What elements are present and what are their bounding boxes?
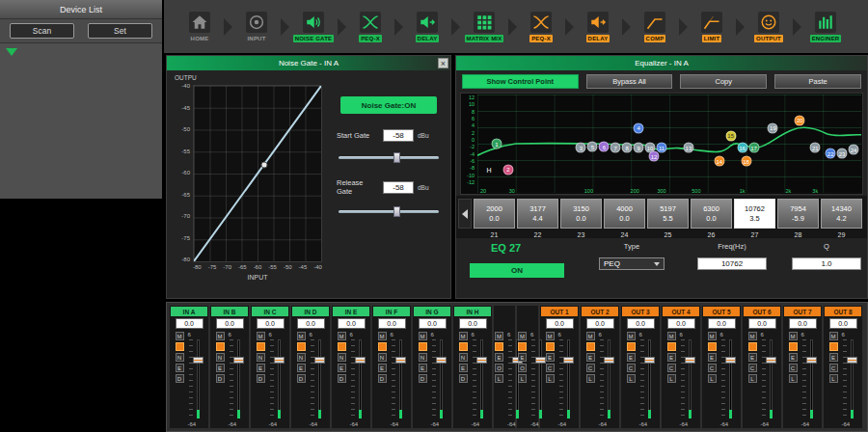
channel-fader[interactable]: 6 -64 xyxy=(841,332,857,427)
toolbar-item[interactable]: LIMIT xyxy=(676,0,733,53)
strip-button-o[interactable]: O xyxy=(495,364,503,372)
fader-knob[interactable] xyxy=(806,357,817,364)
strip-button-e[interactable]: E xyxy=(297,364,306,372)
eq-control-point[interactable]: 18 xyxy=(741,156,751,167)
fader-knob[interactable] xyxy=(604,357,614,364)
channel-fader[interactable]: 6 -64 xyxy=(529,332,537,427)
strip-button-e[interactable]: E xyxy=(176,364,184,372)
eq-control-point[interactable]: 14 xyxy=(714,156,724,167)
eq-band-box[interactable]: 14340 4.2 xyxy=(821,199,862,229)
eq-band-box[interactable]: 7954 -5.9 xyxy=(777,199,819,229)
channel-fader[interactable]: 6 -64 xyxy=(471,332,487,427)
strip-indicator-button[interactable] xyxy=(176,342,184,351)
eq-control-point[interactable]: 13 xyxy=(683,143,693,153)
toolbar-item[interactable]: DELAY xyxy=(562,0,619,53)
start-gate-slider[interactable] xyxy=(339,151,439,163)
strip-button-m[interactable]: M xyxy=(257,332,265,340)
toolbar-item[interactable]: DELAY xyxy=(392,0,448,53)
strip-button-n[interactable]: N xyxy=(216,353,225,362)
toolbar-item[interactable]: ENGINER xyxy=(790,0,847,53)
channel-fader[interactable]: 6 -64 xyxy=(430,332,447,427)
channel-fader[interactable]: 6 -64 xyxy=(268,332,285,427)
strip-button-m[interactable]: M xyxy=(297,332,306,340)
slider-thumb[interactable] xyxy=(393,152,400,163)
equalizer-action-button[interactable]: Copy xyxy=(680,74,767,89)
channel-fader[interactable]: 6 -64 xyxy=(390,332,406,427)
fader-knob[interactable] xyxy=(476,357,487,364)
strip-button-c[interactable]: C xyxy=(829,364,838,372)
fader-knob[interactable] xyxy=(685,357,695,364)
strip-button-c[interactable]: C xyxy=(627,364,636,372)
strip-button-e[interactable]: E xyxy=(829,353,838,362)
channel-fader[interactable]: 6 -64 xyxy=(638,332,655,427)
freq-input[interactable]: 10762 xyxy=(697,257,767,270)
gate-threshold-handle[interactable] xyxy=(260,161,267,168)
q-input[interactable]: 1.0 xyxy=(792,257,861,270)
eq-control-point[interactable]: 5 xyxy=(587,142,598,152)
channel-gain-value[interactable]: 0.0 xyxy=(546,318,574,329)
strip-indicator-button[interactable] xyxy=(459,342,468,351)
strip-button-n[interactable]: N xyxy=(459,353,468,362)
strip-indicator-button[interactable] xyxy=(257,342,265,351)
strip-button-c[interactable]: C xyxy=(789,364,798,372)
strip-button-e[interactable]: E xyxy=(419,364,427,372)
strip-button-e[interactable]: E xyxy=(789,353,798,362)
eq-control-point[interactable]: 8 xyxy=(622,143,633,153)
toolbar-item[interactable]: NOISE GATE xyxy=(278,0,335,53)
toolbar-item[interactable]: COMP xyxy=(619,0,676,53)
eq-control-point[interactable]: 6 xyxy=(599,142,610,152)
channel-gain-value[interactable]: 0.0 xyxy=(257,318,285,329)
eq-control-point[interactable]: 15 xyxy=(725,130,736,141)
scan-button[interactable]: Scan xyxy=(10,23,74,39)
strip-button-c[interactable]: C xyxy=(667,364,676,372)
eq-band[interactable]: 2000 0.0 21 xyxy=(474,199,515,238)
channel-gain-value[interactable]: 0.0 xyxy=(378,318,406,329)
fader-knob[interactable] xyxy=(395,357,406,364)
set-button[interactable]: Set xyxy=(88,23,152,39)
strip-button-m[interactable]: M xyxy=(627,332,636,340)
close-icon[interactable] xyxy=(438,58,448,68)
strip-button-e[interactable]: E xyxy=(338,364,346,372)
eq-band[interactable]: 5197 5.5 25 xyxy=(647,199,689,238)
strip-button-m[interactable]: M xyxy=(216,332,225,340)
toolbar-item[interactable]: OUTPUT xyxy=(733,0,790,53)
channel-gain-value[interactable]: 0.0 xyxy=(627,318,655,329)
channel-gain-value[interactable]: 0.0 xyxy=(586,318,614,329)
fader-knob[interactable] xyxy=(355,357,366,364)
eq-control-point[interactable]: 1 xyxy=(491,139,502,149)
toolbar-item[interactable]: MATRIX MIX xyxy=(448,0,505,53)
strip-button-l[interactable]: L xyxy=(748,374,757,383)
strip-button-o[interactable]: O xyxy=(518,364,527,372)
band-on-button[interactable]: ON xyxy=(470,263,564,278)
strip-button-e[interactable]: E xyxy=(378,364,387,372)
strip-button-m[interactable]: M xyxy=(419,332,427,340)
strip-button-c[interactable]: C xyxy=(708,364,717,372)
eq-control-point[interactable]: 17 xyxy=(748,143,759,153)
strip-button-m[interactable]: M xyxy=(495,332,503,340)
channel-gain-value[interactable]: 0.0 xyxy=(789,318,817,329)
strip-indicator-button[interactable] xyxy=(338,342,346,351)
eq-band[interactable]: 4000 0.0 24 xyxy=(604,199,645,238)
strip-button-l[interactable]: L xyxy=(829,374,838,383)
strip-button-n[interactable]: N xyxy=(257,353,265,362)
fader-knob[interactable] xyxy=(233,357,244,364)
strip-button-d[interactable]: D xyxy=(257,374,265,383)
channel-gain-value[interactable]: 0.0 xyxy=(829,318,857,329)
fader-knob[interactable] xyxy=(563,357,574,364)
eq-band-box[interactable]: 10762 3.5 xyxy=(734,199,775,229)
toolbar-item[interactable]: INPUT xyxy=(221,0,278,53)
strip-indicator-button[interactable] xyxy=(378,342,387,351)
strip-button-e[interactable]: E xyxy=(518,353,527,362)
channel-fader[interactable]: 6 -64 xyxy=(187,332,203,427)
strip-button-e[interactable]: E xyxy=(586,353,595,362)
strip-button-d[interactable]: D xyxy=(176,374,184,383)
strip-button-e[interactable]: E xyxy=(257,364,265,372)
eq-control-point[interactable]: 7 xyxy=(610,143,621,153)
strip-indicator-button[interactable] xyxy=(216,342,225,351)
eq-band[interactable]: 7954 -5.9 28 xyxy=(777,199,819,238)
strip-button-e[interactable]: E xyxy=(546,353,555,362)
strip-button-c[interactable]: C xyxy=(586,364,595,372)
strip-button-l[interactable]: L xyxy=(546,374,555,383)
strip-button-e[interactable]: E xyxy=(708,353,717,362)
eq-control-point[interactable]: 9 xyxy=(634,143,644,153)
